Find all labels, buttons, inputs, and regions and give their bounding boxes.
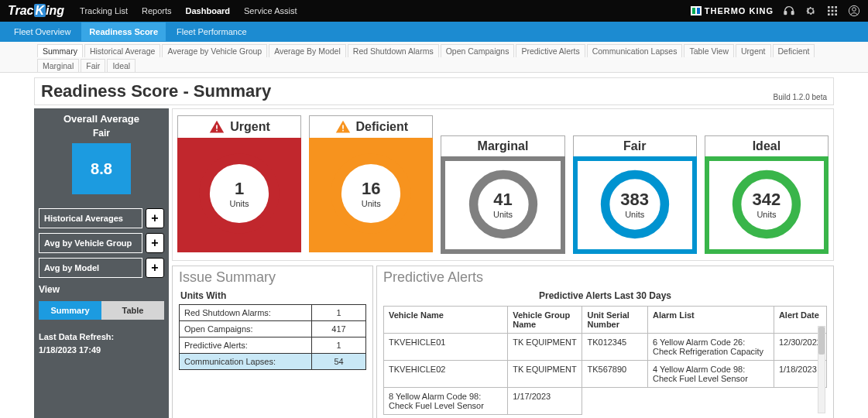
score-card-deficient[interactable]: Deficient 16Units [309,115,433,254]
sidebar-item-avg-by-vehicle-group[interactable]: Avg by Vehicle Group [39,233,142,253]
score-card-urgent[interactable]: Urgent 1Units [177,115,301,254]
predictive-alerts-title: Predictive Alerts [383,269,827,286]
tab-ideal[interactable]: Ideal [107,59,136,72]
nav-dashboard[interactable]: Dashboard [186,6,230,15]
issue-summary-panel: Issue Summary Units With Red Shutdown Al… [172,266,373,418]
pred-serial: TK012345 [582,334,648,361]
tab-predictive-alerts[interactable]: Predictive Alerts [516,44,585,57]
headset-icon[interactable] [783,5,795,17]
tab-marginal[interactable]: Marginal [37,59,79,72]
tab-deficient[interactable]: Deficient [773,44,815,57]
logo: TracKing [8,4,64,18]
issue-value: 1 [312,305,366,321]
last-refresh-time: 1/18/2023 17:49 [39,344,164,357]
pred-header: Vehicle Group Name [508,307,582,334]
issue-row[interactable]: Communication Lapses: 54 [180,354,366,370]
expand-historical-averages-button[interactable]: + [146,208,164,228]
page-title: Readiness Score - Summary [41,81,271,101]
tab-historical-average[interactable]: Historical Average [84,44,160,57]
score-card-label: Fair [623,139,646,153]
units-label: Units [756,210,776,219]
subnav-readiness-score[interactable]: Readiness Score [81,22,166,41]
apps-grid-icon[interactable] [826,5,839,17]
issue-value: 1 [312,337,366,354]
score-card-header: Ideal [705,135,829,156]
score-ring: 16Units [328,150,414,237]
sidebar: Overall Average Fair 8.8 Historical Aver… [34,108,169,418]
pred-row[interactable]: TKVEHICLE01TK EQUIPMENTTK0123456 Yellow … [384,334,827,361]
topbar: TracKing Tracking List Reports Dashboard… [0,0,868,22]
units-label: Units [625,210,644,219]
nav-tracking-list[interactable]: Tracking List [80,6,128,15]
score-card-fair[interactable]: Fair 383Units [573,135,697,254]
alert-triangle-icon [208,119,225,135]
last-refresh-label: Last Data Refresh: [39,331,164,344]
view-table-button[interactable]: Table [101,301,164,320]
score-ring: 1Units [196,150,283,237]
issue-label: Predictive Alerts: [180,337,312,354]
overall-rating-label: Fair [39,128,164,139]
expand-avg-by-vehicle-group-button[interactable]: + [146,233,164,253]
score-card-label: Marginal [478,139,529,153]
nav-reports[interactable]: Reports [142,6,172,15]
overall-average-label: Overall Average [39,113,164,125]
predictive-alerts-table: Vehicle NameVehicle Group NameUnit Seria… [383,306,827,415]
tab-fair[interactable]: Fair [81,59,105,72]
sidebar-item-avg-by-model[interactable]: Avg by Model [39,258,142,278]
issue-row[interactable]: Red Shutdown Alarms: 1 [180,305,366,321]
tab-open-campaigns[interactable]: Open Campaigns [441,44,515,57]
unit-count: 1 [235,179,244,199]
subnav-fleet-overview[interactable]: Fleet Overview [6,22,78,41]
pred-alarm: 4 Yellow Alarm Code 98: Check Fuel Level… [647,361,774,388]
tab-summary[interactable]: Summary [37,44,83,57]
scrollbar[interactable] [818,326,825,413]
user-circle-icon[interactable] [848,5,860,17]
score-card-body: 1Units [177,138,301,252]
subnav-fleet-performance[interactable]: Fleet Performance [169,22,254,41]
pred-row[interactable]: 8 Yellow Alarm Code 98: Check Fuel Level… [384,388,827,415]
view-summary-button[interactable]: Summary [39,301,101,320]
score-card-body: 342Units [705,156,829,254]
pred-alarm: 6 Yellow Alarm Code 26: Check Refrigerat… [647,334,774,361]
issue-label: Open Campaigns: [180,321,312,337]
build-label: Build 1.2.0 beta [774,93,828,101]
score-card-body: 383Units [573,156,697,254]
pred-vehicle-name: TKVEHICLE02 [384,361,508,388]
thermo-king-logo-icon [691,6,702,15]
pred-group-name: TK EQUIPMENT [508,361,582,388]
svg-rect-9 [832,10,834,12]
issue-row[interactable]: Predictive Alerts: 1 [180,337,366,354]
tab-urgent[interactable]: Urgent [736,44,771,57]
issue-row[interactable]: Open Campaigns: 417 [180,321,366,337]
score-card-body: 41Units [441,156,564,254]
svg-rect-6 [832,6,834,9]
pred-row[interactable]: TKVEHICLE02TK EQUIPMENTTK5678904 Yellow … [384,361,827,388]
units-label: Units [362,199,381,208]
issue-summary-subtitle: Units With [180,290,366,301]
unit-count: 16 [362,179,380,199]
tab-avg-by-vehicle-group[interactable]: Average by Vehicle Group [162,44,267,57]
pred-serial: TK567890 [582,361,648,388]
issue-label: Red Shutdown Alarms: [180,305,312,321]
pred-header: Alarm List [647,307,774,334]
score-card-ideal[interactable]: Ideal 342Units [705,135,829,254]
scroll-thumb[interactable] [818,327,825,355]
tab-communication-lapses[interactable]: Communication Lapses [587,44,683,57]
svg-rect-11 [828,13,830,15]
tab-avg-by-model[interactable]: Average By Model [269,44,346,57]
sidebar-item-historical-averages[interactable]: Historical Averages [39,208,142,228]
alert-triangle-icon [335,119,352,135]
expand-avg-by-model-button[interactable]: + [146,258,164,278]
tab-table-view[interactable]: Table View [684,44,734,57]
tab-red-shutdown-alarms[interactable]: Red Shutdown Alarms [348,44,439,57]
title-bar: Readiness Score - Summary Build 1.2.0 be… [34,77,834,105]
issue-value: 417 [312,321,366,337]
predictive-alerts-panel: Predictive Alerts Predictive Alerts Last… [376,266,834,418]
score-card-marginal[interactable]: Marginal 41Units [441,135,564,254]
svg-rect-12 [832,13,834,15]
unit-count: 383 [620,190,649,210]
gear-icon[interactable] [805,5,817,17]
nav-service-assist[interactable]: Service Assist [244,6,297,15]
issue-summary-title: Issue Summary [179,269,366,286]
score-card-label: Urgent [230,120,270,134]
